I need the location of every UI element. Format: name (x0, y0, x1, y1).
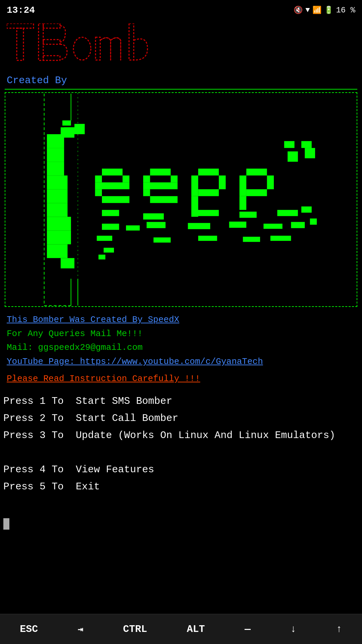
svg-rect-59 (102, 224, 119, 230)
svg-rect-8 (129, 23, 134, 60)
svg-rect-51 (64, 127, 74, 132)
svg-rect-19 (47, 217, 71, 230)
svg-rect-4 (43, 40, 60, 44)
svg-rect-46 (239, 196, 246, 210)
svg-rect-65 (291, 222, 305, 228)
svg-rect-71 (270, 236, 291, 241)
ctrl-button[interactable]: CTRL (116, 624, 154, 635)
svg-rect-20 (47, 230, 71, 244)
ascii-art-box (5, 92, 357, 307)
status-bar: 13:24 🔇 ▼ 📶 🔋 16 % (0, 0, 362, 20)
pixel-art-svg (5, 93, 357, 306)
svg-rect-17 (47, 189, 68, 203)
svg-rect-58 (301, 207, 312, 213)
svg-rect-43 (239, 175, 246, 196)
svg-rect-54 (143, 213, 164, 219)
menu-item-5: Press 5 To Exit (3, 478, 359, 495)
svg-rect-28 (95, 182, 130, 190)
svg-rect-68 (154, 237, 171, 243)
menu-item-2: Press 2 To Start Call Bomber (3, 410, 359, 427)
svg-rect-30 (102, 196, 129, 203)
svg-rect-73 (99, 255, 106, 259)
svg-rect-66 (310, 218, 317, 224)
menu-item-4: Press 4 To View Features (3, 461, 359, 478)
svg-rect-32 (143, 175, 150, 182)
svg-rect-70 (243, 237, 260, 242)
svg-rect-47 (284, 141, 295, 148)
svg-rect-62 (188, 223, 210, 229)
svg-rect-60 (126, 225, 140, 230)
svg-rect-23 (74, 124, 85, 134)
svg-rect-3 (43, 23, 60, 28)
svg-rect-69 (198, 236, 217, 241)
bottom-toolbar: ESC ⇥ CTRL ALT — ↓ ↑ (0, 614, 362, 644)
svg-rect-45 (246, 189, 267, 196)
app-title-container (0, 20, 362, 73)
status-icons: 🔇 ▼ 📶 🔋 16 % (294, 6, 355, 15)
svg-rect-61 (146, 222, 165, 228)
svg-rect-21 (47, 244, 68, 258)
menu-section: Press 1 To Start SMS Bomber Press 2 To S… (0, 389, 362, 533)
svg-rect-5 (43, 56, 60, 60)
svg-rect-37 (198, 169, 219, 176)
created-by-label: Created By (0, 73, 362, 88)
svg-rect-52 (62, 120, 71, 125)
svg-rect-39 (219, 175, 226, 189)
title-svg (7, 23, 181, 64)
svg-rect-63 (229, 222, 246, 228)
minus-button[interactable]: — (238, 624, 257, 635)
svg-rect-53 (102, 210, 119, 216)
svg-rect-56 (239, 212, 256, 218)
svg-rect-0 (7, 23, 34, 28)
menu-item-3: Press 3 To Update (Works On Linux And Li… (3, 427, 359, 444)
svg-rect-27 (123, 175, 130, 182)
svg-rect-31 (150, 169, 171, 176)
mute-icon: 🔇 (294, 6, 303, 15)
svg-rect-35 (143, 189, 150, 196)
svg-rect-33 (171, 175, 178, 182)
signal-icon: 📶 (312, 6, 321, 15)
alt-button[interactable]: ALT (180, 624, 212, 635)
svg-rect-1 (17, 28, 23, 60)
svg-rect-34 (143, 182, 178, 190)
battery-icon: 🔋 (324, 6, 333, 15)
svg-rect-67 (97, 236, 112, 241)
svg-rect-36 (150, 196, 178, 203)
svg-rect-18 (47, 203, 68, 217)
arrow-up-button[interactable]: ↑ (329, 624, 349, 635)
svg-rect-14 (47, 148, 64, 162)
menu-item-blank (3, 444, 359, 461)
svg-rect-44 (267, 175, 274, 189)
svg-rect-64 (263, 224, 282, 229)
menu-item-1: Press 1 To Start SMS Bomber (3, 393, 359, 410)
svg-rect-24 (61, 258, 74, 268)
youtube-line: YouTube Page: https://www.youtube.com/c/… (7, 355, 355, 369)
svg-rect-55 (195, 210, 219, 216)
tab-button[interactable]: ⇥ (71, 624, 90, 635)
svg-rect-16 (47, 175, 68, 189)
svg-rect-50 (305, 148, 315, 158)
svg-rect-15 (47, 162, 64, 175)
creator-line: This Bomber Was Created By SpeedX (7, 313, 355, 327)
svg-rect-29 (95, 189, 102, 196)
svg-rect-49 (288, 151, 298, 162)
app-title (0, 20, 362, 73)
top-separator (5, 89, 357, 90)
svg-rect-40 (198, 189, 219, 196)
wifi-icon: ▼ (305, 6, 310, 14)
svg-rect-42 (246, 169, 267, 176)
svg-rect-38 (191, 175, 198, 196)
cursor-block (3, 518, 9, 530)
queries-line: For Any Queries Mail Me!!! (7, 327, 355, 341)
status-time: 13:24 (7, 5, 35, 15)
svg-rect-2 (39, 23, 43, 60)
arrow-down-button[interactable]: ↓ (284, 624, 303, 635)
mail-line: Mail: ggspeedx29@gmail.com (7, 341, 355, 355)
svg-rect-48 (301, 141, 312, 148)
svg-rect-7 (96, 37, 100, 60)
info-section: This Bomber Was Created By SpeedX For An… (0, 310, 362, 389)
battery-percent: 16 % (336, 6, 355, 15)
svg-rect-57 (277, 210, 298, 216)
esc-button[interactable]: ESC (13, 624, 45, 635)
svg-point-6 (73, 37, 91, 60)
